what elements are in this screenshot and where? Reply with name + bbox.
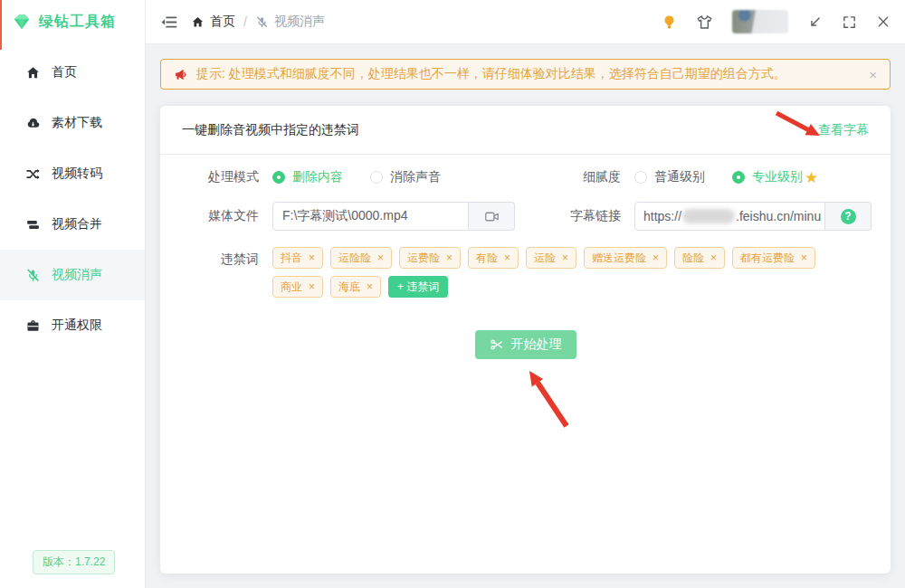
breadcrumb-home[interactable]: 首页 (191, 14, 235, 30)
redacted-url-segment (682, 209, 735, 223)
sidebar-item-label: 视频消声 (52, 267, 102, 283)
forbidden-words-tags: 抖音× 运险险× 运费险× 有险× 运险× 赠送运费险× 险险× 都有运费险× … (272, 247, 824, 298)
sidebar-item-video-mute[interactable]: 视频消声 (0, 250, 145, 300)
card-title: 一键删除音视频中指定的违禁词 (182, 122, 359, 138)
add-word-button[interactable]: + 违禁词 (388, 276, 448, 298)
sidebar: 绿钻工具箱 首页 素材下载 (0, 0, 146, 588)
sidebar-menu: 首页 素材下载 视频转码 (0, 43, 145, 351)
media-file-label: 媒体文件 (182, 208, 259, 224)
forbidden-words-label: 违禁词 (182, 247, 259, 268)
topbar: 首页 / 视频消声 (146, 0, 905, 44)
view-subtitle-link[interactable]: 查看字幕 (818, 122, 869, 138)
tag-remove-icon[interactable]: × (377, 252, 384, 263)
tool-card: 一键删除音视频中指定的违禁词 查看字幕 处理模式 删除内容 (160, 106, 891, 574)
tag-label: 运费险 (407, 251, 440, 266)
tag-remove-icon[interactable]: × (562, 252, 568, 263)
page-content: 提示: 处理模式和细腻度不同，处理结果也不一样，请仔细体验对比结果，选择符合自己… (146, 44, 905, 588)
url-suffix: .feishu.cn/minu (736, 209, 821, 223)
tag-remove-icon[interactable]: × (653, 252, 659, 263)
alert-close-icon[interactable]: × (869, 68, 877, 81)
tag-label: 险险 (682, 251, 704, 266)
subtitle-help-button[interactable]: ? (825, 202, 872, 231)
tag-label: 运险 (534, 251, 556, 266)
tag-remove-icon[interactable]: × (309, 281, 315, 292)
fullscreen-icon[interactable] (842, 14, 857, 30)
version-badge: 版本：1.7.22 (33, 550, 115, 574)
quality-radio-group: 普通级别 专业级别 ★ (634, 169, 872, 185)
media-file-control (272, 202, 515, 231)
radio-delete-content[interactable]: 删除内容 (272, 169, 343, 185)
radio-label: 删除内容 (292, 169, 343, 185)
subtitle-link-control: https:// .feishu.cn/minu ? (634, 202, 872, 231)
breadcrumb-current-label: 视频消声 (274, 14, 325, 30)
merge-icon (25, 217, 41, 232)
main-area: 首页 / 视频消声 (146, 0, 905, 588)
word-tag: 都有运费险× (732, 247, 815, 269)
breadcrumb-current: 视频消声 (255, 14, 325, 30)
breadcrumb: 首页 / 视频消声 (191, 14, 325, 30)
home-icon (191, 15, 205, 29)
start-process-button[interactable]: 开始处理 (475, 330, 576, 359)
forbidden-words-row: 违禁词 抖音× 运险险× 运费险× 有险× 运险× 赠送运费险× 险险× 都有运… (182, 247, 869, 298)
sidebar-item-video-merge[interactable]: 视频合并 (0, 199, 145, 250)
tag-remove-icon[interactable]: × (309, 252, 315, 263)
home-icon (25, 65, 41, 81)
pick-video-button[interactable] (469, 202, 515, 231)
app-window: 绿钻工具箱 首页 素材下载 (0, 0, 905, 588)
word-tag: 运费险× (399, 247, 461, 269)
sidebar-fold-icon[interactable] (160, 14, 177, 31)
radio-pro-level[interactable]: 专业级别 (732, 169, 803, 185)
alert-text: 提示: 处理模式和细腻度不同，处理结果也不一样，请仔细体验对比结果，选择符合自己… (196, 66, 786, 82)
tag-label: 有险 (476, 251, 498, 266)
radio-normal-level[interactable]: 普通级别 (634, 169, 705, 185)
media-file-input[interactable] (272, 202, 469, 231)
tag-label: 海底 (338, 280, 360, 295)
breadcrumb-separator: / (243, 14, 247, 29)
word-tag: 有险× (468, 247, 519, 269)
start-button-label: 开始处理 (511, 337, 562, 353)
radio-label: 消除声音 (390, 169, 441, 185)
mode-radio-group: 删除内容 消除声音 (272, 169, 515, 185)
tag-remove-icon[interactable]: × (801, 252, 807, 263)
minimize-icon[interactable] (807, 14, 823, 30)
radio-label: 专业级别 (752, 169, 803, 185)
mic-off-icon (25, 268, 41, 283)
sidebar-item-permissions[interactable]: 开通权限 (0, 300, 145, 351)
tip-alert: 提示: 处理模式和细腻度不同，处理结果也不一样，请仔细体验对比结果，选择符合自己… (160, 59, 891, 90)
subtitle-link-input[interactable]: https:// .feishu.cn/minu (634, 202, 825, 231)
tag-label: 抖音 (281, 251, 302, 266)
tag-remove-icon[interactable]: × (367, 281, 373, 292)
sidebar-item-video-transcode[interactable]: 视频转码 (0, 148, 145, 199)
tshirt-icon[interactable] (696, 14, 713, 30)
radio-dot (732, 171, 745, 184)
card-body: 处理模式 删除内容 消除声音 细腻度 (160, 155, 891, 359)
tag-remove-icon[interactable]: × (504, 252, 510, 263)
sidebar-item-label: 视频合并 (52, 216, 102, 232)
word-tag: 险险× (674, 247, 725, 269)
mode-label: 处理模式 (182, 169, 259, 185)
tag-remove-icon[interactable]: × (446, 252, 452, 263)
quality-label: 细腻度 (515, 169, 621, 185)
shuffle-icon (25, 166, 41, 182)
lightbulb-icon[interactable] (662, 14, 677, 31)
word-tag: 海底× (330, 276, 381, 298)
word-tag: 商业× (272, 276, 323, 298)
sidebar-item-label: 开通权限 (52, 318, 102, 334)
tag-label: 都有运费险 (740, 251, 795, 266)
start-row: 开始处理 (182, 330, 869, 359)
sidebar-item-label: 视频转码 (52, 166, 102, 182)
radio-label: 普通级别 (654, 169, 705, 185)
close-icon[interactable] (876, 14, 891, 29)
tag-remove-icon[interactable]: × (710, 252, 717, 263)
radio-dot (272, 171, 285, 184)
sidebar-item-home[interactable]: 首页 (0, 47, 145, 98)
user-avatar[interactable] (732, 10, 788, 33)
file-link-row: 媒体文件 (182, 202, 869, 231)
sidebar-item-label: 素材下载 (52, 115, 102, 131)
radio-remove-sound[interactable]: 消除声音 (370, 169, 441, 185)
sidebar-item-material-download[interactable]: 素材下载 (0, 98, 145, 148)
word-tag: 赠送运费险× (584, 247, 667, 269)
subtitle-link-label: 字幕链接 (515, 208, 621, 224)
url-prefix: https:// (643, 209, 681, 223)
question-icon: ? (841, 209, 856, 224)
